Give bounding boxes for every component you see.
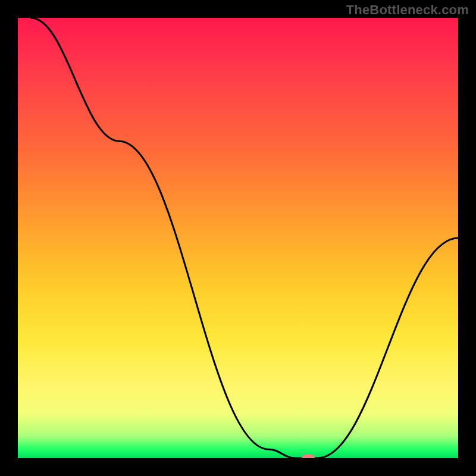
bottleneck-curve bbox=[18, 18, 458, 458]
watermark-text: TheBottleneck.com bbox=[346, 2, 469, 18]
chart-frame: TheBottleneck.com bbox=[0, 0, 476, 476]
optimal-marker bbox=[302, 454, 315, 458]
plot-area bbox=[18, 18, 458, 458]
curve-path bbox=[31, 18, 458, 458]
